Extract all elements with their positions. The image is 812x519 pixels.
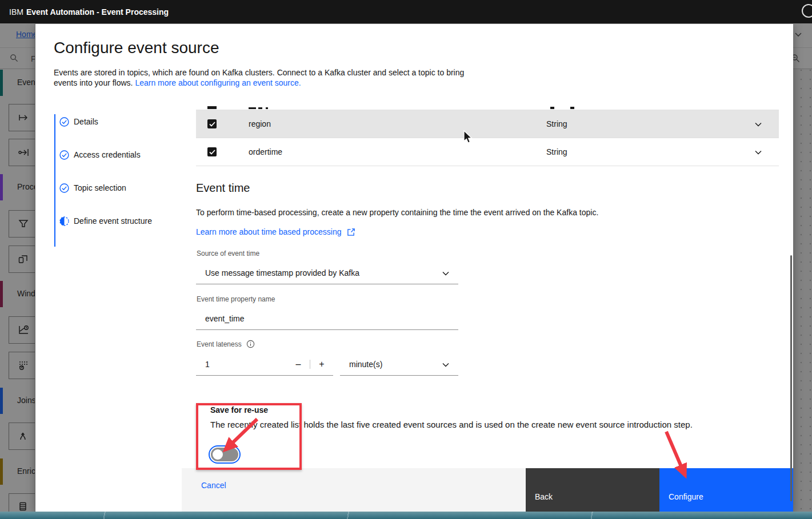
bottom-window-strip bbox=[0, 512, 812, 519]
ibm-logo-text: IBM bbox=[9, 7, 23, 17]
configure-help-link[interactable]: Learn more about configuring an event so… bbox=[135, 78, 301, 87]
chevron-down-icon bbox=[442, 360, 449, 369]
time-processing-link[interactable]: Learn more about time based processing bbox=[196, 227, 355, 236]
configure-event-source-modal: Configure event source Events are stored… bbox=[35, 24, 793, 512]
source-of-event-time-label: Source of event time bbox=[197, 250, 259, 258]
chevron-down-icon bbox=[755, 150, 762, 155]
clipped-text-fragment bbox=[550, 107, 554, 109]
chevron-down-icon bbox=[755, 122, 762, 127]
step-details[interactable]: Details bbox=[59, 116, 98, 127]
row-checkbox-checked[interactable] bbox=[207, 147, 217, 156]
clipped-text-fragment bbox=[258, 107, 262, 109]
back-button[interactable]: Back bbox=[526, 468, 659, 512]
step-current-icon bbox=[59, 216, 69, 226]
type-dropdown-chevron[interactable] bbox=[755, 119, 762, 129]
lateness-unit-select[interactable]: minute(s) bbox=[340, 353, 458, 376]
modal-footer: Cancel Back Configure bbox=[182, 468, 793, 512]
launch-icon bbox=[347, 228, 355, 236]
cancel-zone: Cancel bbox=[182, 468, 526, 512]
step-topic-selection[interactable]: Topic selection bbox=[59, 182, 126, 194]
chevron-down-icon bbox=[442, 268, 449, 277]
step-complete-icon bbox=[59, 117, 69, 127]
stepper-progress-line bbox=[54, 114, 55, 247]
step-complete-icon bbox=[59, 150, 69, 160]
source-of-event-time-select[interactable]: Use message timestamp provided by Kafka bbox=[196, 261, 458, 284]
step-access-credentials[interactable]: Access credentials bbox=[59, 149, 141, 160]
clipped-checkbox-fragment bbox=[207, 106, 217, 109]
cancel-button[interactable]: Cancel bbox=[201, 481, 226, 490]
event-lateness-label: Event lateness bbox=[197, 340, 255, 348]
modal-title: Configure event source bbox=[54, 39, 219, 57]
app-header: IBMEvent Automation - Event Processing bbox=[0, 0, 812, 23]
table-row-clipped[interactable] bbox=[196, 91, 779, 110]
modal-description: Events are stored in topics, which are f… bbox=[54, 67, 488, 88]
property-name: region bbox=[249, 119, 271, 128]
checkmark-icon bbox=[209, 150, 215, 155]
screen: Home Fi Event Proce bbox=[0, 0, 812, 519]
property-type: String bbox=[546, 147, 567, 156]
app-title: IBMEvent Automation - Event Processing bbox=[9, 7, 169, 17]
decrement-button[interactable]: – bbox=[287, 353, 310, 376]
table-row-region[interactable]: region String bbox=[196, 110, 779, 138]
table-row-ordertime[interactable]: ordertime String bbox=[196, 138, 779, 166]
event-time-property-input[interactable]: event_time bbox=[196, 307, 458, 330]
clipped-text-fragment bbox=[249, 107, 256, 109]
info-icon bbox=[246, 340, 255, 348]
row-checkbox-checked[interactable] bbox=[207, 119, 217, 128]
event-time-property-label: Event time property name bbox=[197, 295, 275, 303]
configure-button[interactable]: Configure bbox=[659, 468, 793, 512]
step-define-event-structure[interactable]: Define event structure bbox=[59, 215, 152, 227]
annotation-rectangle bbox=[196, 403, 302, 470]
event-time-description: To perform time-based processing, create… bbox=[196, 208, 598, 217]
mouse-cursor bbox=[462, 130, 474, 144]
type-dropdown-chevron[interactable] bbox=[755, 147, 762, 157]
property-type: String bbox=[546, 119, 567, 128]
step-complete-icon bbox=[59, 183, 69, 193]
clipped-text-fragment bbox=[570, 107, 574, 109]
event-lateness-number-input[interactable]: 1 – + bbox=[196, 353, 333, 376]
avatar-icon[interactable] bbox=[802, 4, 812, 18]
properties-table: region String ordertime String bbox=[196, 91, 779, 166]
checkmark-icon bbox=[209, 122, 215, 127]
property-name: ordertime bbox=[249, 147, 282, 156]
increment-button[interactable]: + bbox=[310, 353, 333, 376]
event-time-heading: Event time bbox=[196, 182, 250, 195]
modal-scrollbar-thumb[interactable] bbox=[790, 255, 792, 501]
clipped-text-fragment bbox=[266, 107, 268, 109]
